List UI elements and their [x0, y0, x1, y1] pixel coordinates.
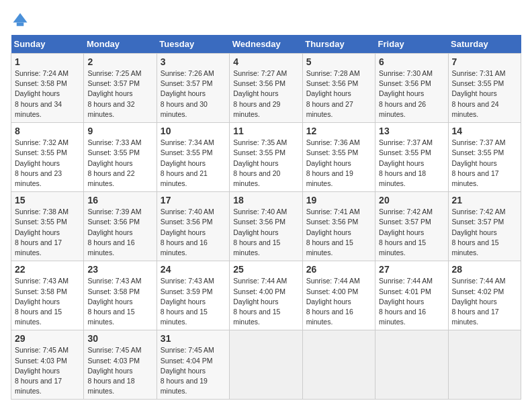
calendar-cell: 19 Sunrise: 7:41 AM Sunset: 3:56 PM Dayl… — [302, 192, 375, 261]
day-number: 1 — [15, 56, 80, 67]
day-info: Sunrise: 7:45 AM Sunset: 4:03 PM Dayligh… — [87, 345, 152, 396]
day-info: Sunrise: 7:42 AM Sunset: 3:57 PM Dayligh… — [379, 207, 444, 258]
svg-rect-1 — [17, 23, 24, 26]
calendar-cell: 25 Sunrise: 7:44 AM Sunset: 4:00 PM Dayl… — [230, 261, 302, 330]
day-info: Sunrise: 7:32 AM Sunset: 3:55 PM Dayligh… — [15, 138, 80, 189]
calendar-cell: 22 Sunrise: 7:43 AM Sunset: 3:58 PM Dayl… — [11, 261, 84, 330]
day-info: Sunrise: 7:27 AM Sunset: 3:56 PM Dayligh… — [233, 68, 298, 120]
calendar-week-3: 15 Sunrise: 7:38 AM Sunset: 3:55 PM Dayl… — [11, 192, 521, 261]
day-info: Sunrise: 7:37 AM Sunset: 3:55 PM Dayligh… — [379, 138, 444, 189]
day-number: 14 — [452, 126, 517, 136]
logo-icon — [11, 11, 30, 30]
day-number: 30 — [87, 333, 152, 344]
day-info: Sunrise: 7:38 AM Sunset: 3:55 PM Dayligh… — [15, 207, 80, 258]
calendar-cell: 13 Sunrise: 7:37 AM Sunset: 3:55 PM Dayl… — [375, 123, 448, 192]
header — [11, 11, 521, 30]
col-saturday: Saturday — [448, 35, 521, 54]
calendar-cell: 4 Sunrise: 7:27 AM Sunset: 3:56 PM Dayli… — [230, 54, 302, 123]
day-number: 22 — [15, 264, 80, 275]
col-thursday: Thursday — [302, 35, 375, 54]
day-info: Sunrise: 7:31 AM Sunset: 3:55 PM Dayligh… — [452, 68, 517, 120]
day-number: 5 — [306, 56, 371, 67]
calendar-cell: 8 Sunrise: 7:32 AM Sunset: 3:55 PM Dayli… — [11, 123, 84, 192]
calendar-week-1: 1 Sunrise: 7:24 AM Sunset: 3:58 PM Dayli… — [11, 54, 521, 123]
day-number: 10 — [161, 126, 226, 136]
calendar-cell: 30 Sunrise: 7:45 AM Sunset: 4:03 PM Dayl… — [84, 330, 157, 400]
day-info: Sunrise: 7:26 AM Sunset: 3:57 PM Dayligh… — [161, 68, 226, 120]
calendar-table: SundayMondayTuesdayWednesdayThursdayFrid… — [11, 35, 521, 400]
col-monday: Monday — [84, 35, 157, 54]
day-info: Sunrise: 7:43 AM Sunset: 3:58 PM Dayligh… — [87, 276, 152, 327]
calendar-cell: 6 Sunrise: 7:30 AM Sunset: 3:56 PM Dayli… — [375, 54, 448, 123]
col-wednesday: Wednesday — [230, 35, 302, 54]
day-number: 17 — [161, 195, 226, 205]
day-info: Sunrise: 7:45 AM Sunset: 4:04 PM Dayligh… — [161, 345, 226, 396]
day-number: 20 — [379, 195, 444, 205]
calendar-cell: 3 Sunrise: 7:26 AM Sunset: 3:57 PM Dayli… — [157, 54, 229, 123]
day-number: 6 — [379, 56, 444, 67]
logo — [11, 11, 32, 30]
calendar-cell: 18 Sunrise: 7:40 AM Sunset: 3:56 PM Dayl… — [230, 192, 302, 261]
day-info: Sunrise: 7:41 AM Sunset: 3:56 PM Dayligh… — [306, 207, 371, 258]
day-info: Sunrise: 7:24 AM Sunset: 3:58 PM Dayligh… — [15, 68, 80, 120]
calendar-cell: 23 Sunrise: 7:43 AM Sunset: 3:58 PM Dayl… — [84, 261, 157, 330]
day-info: Sunrise: 7:36 AM Sunset: 3:55 PM Dayligh… — [306, 138, 371, 189]
day-info: Sunrise: 7:25 AM Sunset: 3:57 PM Dayligh… — [87, 68, 152, 120]
day-info: Sunrise: 7:40 AM Sunset: 3:56 PM Dayligh… — [233, 207, 298, 258]
calendar-cell: 9 Sunrise: 7:33 AM Sunset: 3:55 PM Dayli… — [84, 123, 157, 192]
calendar-cell: 1 Sunrise: 7:24 AM Sunset: 3:58 PM Dayli… — [11, 54, 84, 123]
day-number: 8 — [15, 126, 80, 136]
calendar-cell: 20 Sunrise: 7:42 AM Sunset: 3:57 PM Dayl… — [375, 192, 448, 261]
calendar-cell — [448, 330, 521, 400]
day-info: Sunrise: 7:40 AM Sunset: 3:56 PM Dayligh… — [161, 207, 226, 258]
calendar-cell: 11 Sunrise: 7:35 AM Sunset: 3:55 PM Dayl… — [230, 123, 302, 192]
day-number: 15 — [15, 195, 80, 205]
col-sunday: Sunday — [11, 35, 84, 54]
day-info: Sunrise: 7:42 AM Sunset: 3:57 PM Dayligh… — [452, 207, 517, 258]
day-info: Sunrise: 7:44 AM Sunset: 4:01 PM Dayligh… — [379, 276, 444, 327]
calendar-week-2: 8 Sunrise: 7:32 AM Sunset: 3:55 PM Dayli… — [11, 123, 521, 192]
day-number: 28 — [452, 264, 517, 275]
day-info: Sunrise: 7:45 AM Sunset: 4:03 PM Dayligh… — [15, 345, 80, 396]
col-tuesday: Tuesday — [157, 35, 229, 54]
col-friday: Friday — [375, 35, 448, 54]
calendar-cell: 10 Sunrise: 7:34 AM Sunset: 3:55 PM Dayl… — [157, 123, 229, 192]
calendar-cell: 12 Sunrise: 7:36 AM Sunset: 3:55 PM Dayl… — [302, 123, 375, 192]
calendar-cell: 16 Sunrise: 7:39 AM Sunset: 3:56 PM Dayl… — [84, 192, 157, 261]
day-number: 3 — [161, 56, 226, 67]
day-number: 11 — [233, 126, 298, 136]
calendar-cell: 28 Sunrise: 7:44 AM Sunset: 4:02 PM Dayl… — [448, 261, 521, 330]
day-number: 18 — [233, 195, 298, 205]
svg-marker-0 — [13, 13, 28, 23]
day-number: 25 — [233, 264, 298, 275]
day-info: Sunrise: 7:44 AM Sunset: 4:00 PM Dayligh… — [306, 276, 371, 327]
calendar-cell: 17 Sunrise: 7:40 AM Sunset: 3:56 PM Dayl… — [157, 192, 229, 261]
calendar-cell: 24 Sunrise: 7:43 AM Sunset: 3:59 PM Dayl… — [157, 261, 229, 330]
day-info: Sunrise: 7:44 AM Sunset: 4:02 PM Dayligh… — [452, 276, 517, 327]
calendar-cell — [375, 330, 448, 400]
calendar-cell: 2 Sunrise: 7:25 AM Sunset: 3:57 PM Dayli… — [84, 54, 157, 123]
calendar-cell: 7 Sunrise: 7:31 AM Sunset: 3:55 PM Dayli… — [448, 54, 521, 123]
day-number: 31 — [161, 333, 226, 344]
calendar-cell: 27 Sunrise: 7:44 AM Sunset: 4:01 PM Dayl… — [375, 261, 448, 330]
day-info: Sunrise: 7:34 AM Sunset: 3:55 PM Dayligh… — [161, 138, 226, 189]
calendar-cell: 26 Sunrise: 7:44 AM Sunset: 4:00 PM Dayl… — [302, 261, 375, 330]
day-info: Sunrise: 7:33 AM Sunset: 3:55 PM Dayligh… — [87, 138, 152, 189]
day-info: Sunrise: 7:39 AM Sunset: 3:56 PM Dayligh… — [87, 207, 152, 258]
day-info: Sunrise: 7:44 AM Sunset: 4:00 PM Dayligh… — [233, 276, 298, 327]
calendar-cell: 14 Sunrise: 7:37 AM Sunset: 3:55 PM Dayl… — [448, 123, 521, 192]
day-number: 4 — [233, 56, 298, 67]
calendar-cell — [302, 330, 375, 400]
day-number: 7 — [452, 56, 517, 67]
day-info: Sunrise: 7:30 AM Sunset: 3:56 PM Dayligh… — [379, 68, 444, 120]
calendar-cell: 15 Sunrise: 7:38 AM Sunset: 3:55 PM Dayl… — [11, 192, 84, 261]
calendar-cell — [230, 330, 302, 400]
day-number: 19 — [306, 195, 371, 205]
day-number: 9 — [87, 126, 152, 136]
day-number: 29 — [15, 333, 80, 344]
day-number: 26 — [306, 264, 371, 275]
day-number: 21 — [452, 195, 517, 205]
day-info: Sunrise: 7:43 AM Sunset: 3:59 PM Dayligh… — [161, 276, 226, 327]
day-number: 12 — [306, 126, 371, 136]
calendar-cell: 29 Sunrise: 7:45 AM Sunset: 4:03 PM Dayl… — [11, 330, 84, 400]
